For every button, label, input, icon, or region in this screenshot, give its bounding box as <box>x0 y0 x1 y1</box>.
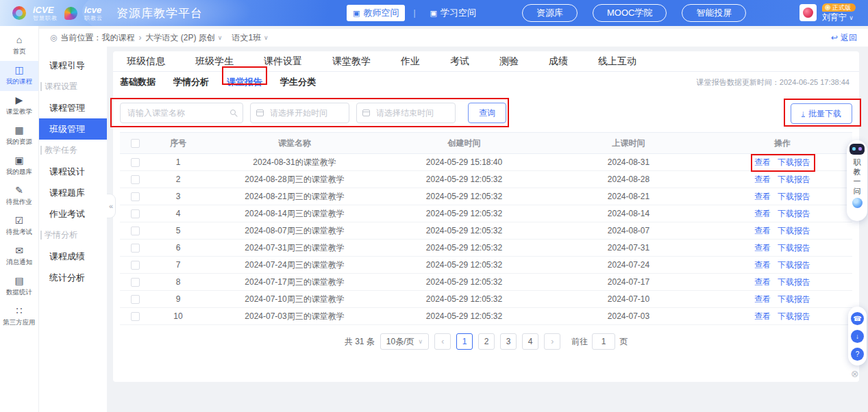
sidebar-item-my-question-bank[interactable]: ▣我的题库 <box>0 151 38 181</box>
tab-courseware-settings[interactable]: 课件设置 <box>264 55 302 68</box>
back-button[interactable]: ↩返回 <box>831 32 857 44</box>
start-time-input[interactable] <box>250 103 349 123</box>
row-checkbox[interactable] <box>131 261 140 270</box>
download-report-link[interactable]: 下载报告 <box>778 157 810 167</box>
sidebar-item-classroom-teaching[interactable]: ▶课堂教学 <box>0 91 38 121</box>
sidebar-item-pending-exams[interactable]: ☑待批考试 <box>0 211 38 242</box>
tab-class-info[interactable]: 班级信息 <box>127 55 165 68</box>
row-checkbox[interactable] <box>131 175 140 184</box>
subtab-basic-data[interactable]: 基础数据 <box>120 76 156 88</box>
avatar[interactable] <box>799 4 817 21</box>
cell-created-time: 2024-05-29 12:05:32 <box>384 277 545 287</box>
row-checkbox[interactable] <box>131 295 140 304</box>
tab-quiz[interactable]: 测验 <box>499 55 519 68</box>
breadcrumb-class[interactable]: 语文1班 <box>232 32 261 44</box>
download-report-link[interactable]: 下载报告 <box>778 260 810 270</box>
download-report-link[interactable]: 下载报告 <box>778 175 810 184</box>
sidebar-item-messages[interactable]: ✉消息通知 <box>0 242 38 272</box>
nav-teacher-space[interactable]: ▣教师空间 <box>347 5 405 21</box>
row-checkbox[interactable] <box>131 278 140 287</box>
download-icon[interactable]: ↓ <box>851 330 864 343</box>
view-link[interactable]: 查看 <box>754 243 771 253</box>
page-size-select[interactable]: 10条/页∨ <box>380 333 429 350</box>
sidebar-item-home[interactable]: ⌂首页 <box>0 31 38 61</box>
sidebar-item-third-party-apps[interactable]: ∷第三方应用 <box>0 302 38 332</box>
sidebar-item-my-resources[interactable]: ▦我的资源 <box>0 121 38 151</box>
chevron-down-icon[interactable]: ∨ <box>264 34 269 41</box>
help-icon[interactable]: ? <box>851 348 864 361</box>
row-checkbox[interactable] <box>131 312 140 321</box>
subtab-class-report[interactable]: 课堂报告 <box>227 76 262 88</box>
menu-sidebar: 课程引导课程设置课程管理班级管理教学任务课程设计课程题库作业考试学情分析课程成绩… <box>39 47 107 412</box>
platform-title: 资源库教学平台 <box>116 5 203 21</box>
tab-homework[interactable]: 作业 <box>401 55 420 68</box>
menu-item-course-question-bank[interactable]: 课程题库 <box>39 182 107 203</box>
download-report-link[interactable]: 下载报告 <box>778 226 810 235</box>
menu-item-class-management[interactable]: 班级管理 <box>39 118 107 140</box>
view-link[interactable]: 查看 <box>754 226 771 235</box>
download-report-link[interactable]: 下载报告 <box>778 277 810 287</box>
menu-item-course-design[interactable]: 课程设计 <box>39 161 107 182</box>
download-report-link[interactable]: 下载报告 <box>778 192 810 201</box>
tab-exam[interactable]: 考试 <box>450 55 469 68</box>
tab-class-students[interactable]: 班级学生 <box>195 55 234 68</box>
class-name-input[interactable] <box>120 103 243 123</box>
assistant-widget[interactable]: 职教一问 <box>847 140 867 221</box>
tab-classroom-teaching[interactable]: 课堂教学 <box>332 55 371 68</box>
page-button-4[interactable]: 4 <box>522 333 538 350</box>
subtab-student-classification[interactable]: 学生分类 <box>280 76 316 88</box>
brand-primary: iCVE <box>33 5 58 14</box>
row-checkbox[interactable] <box>131 209 140 218</box>
goto-page-input[interactable] <box>592 333 615 350</box>
chevron-down-icon[interactable]: ∨ <box>218 34 223 41</box>
download-report-link[interactable]: 下载报告 <box>778 243 810 253</box>
row-checkbox[interactable] <box>131 158 140 167</box>
breadcrumb-course[interactable]: 大学语文 (2P) 原创 <box>145 32 214 44</box>
download-report-link[interactable]: 下载报告 <box>778 209 810 218</box>
mooc-college-button[interactable]: MOOC学院 <box>593 4 667 22</box>
search-button[interactable]: 查询 <box>468 103 506 123</box>
batch-download-button[interactable]: ↓ 批量下载 <box>791 103 853 124</box>
page-button-2[interactable]: 2 <box>478 333 495 350</box>
end-time-input[interactable] <box>356 103 456 123</box>
support-icon[interactable]: ☎ <box>851 312 864 325</box>
sidebar-item-pending-homework[interactable]: ✎待批作业 <box>0 181 38 211</box>
view-link[interactable]: 查看 <box>754 175 771 184</box>
row-checkbox[interactable] <box>131 244 140 253</box>
page-button-1[interactable]: 1 <box>456 333 473 350</box>
prev-page-button[interactable]: ‹ <box>434 333 451 350</box>
cell-no: 4 <box>151 209 206 218</box>
tab-online-interaction[interactable]: 线上互动 <box>598 55 636 68</box>
view-link[interactable]: 查看 <box>754 277 771 287</box>
menu-item-course-management[interactable]: 课程管理 <box>39 97 107 118</box>
view-link[interactable]: 查看 <box>754 260 771 270</box>
smart-screen-button[interactable]: 智能投屏 <box>682 4 746 22</box>
menu-item-course-guide[interactable]: 课程引导 <box>39 55 107 76</box>
subtab-learning-analysis[interactable]: 学情分析 <box>173 76 209 88</box>
menu-item-homework-exam[interactable]: 作业考试 <box>39 203 107 224</box>
view-link[interactable]: 查看 <box>754 209 771 218</box>
menu-item-course-grades[interactable]: 课程成绩 <box>39 246 107 267</box>
view-link[interactable]: 查看 <box>754 311 771 321</box>
toolbar-collapse-icon[interactable]: ⊗ <box>851 368 859 379</box>
breadcrumb-my-courses[interactable]: 我的课程 <box>101 32 134 44</box>
view-link[interactable]: 查看 <box>754 192 771 201</box>
nav-learning-space[interactable]: ▣学习空间 <box>424 5 482 21</box>
row-checkbox[interactable] <box>131 227 140 235</box>
resource-library-button[interactable]: 资源库 <box>522 4 578 22</box>
download-report-link[interactable]: 下载报告 <box>778 311 810 321</box>
sidebar-item-my-courses[interactable]: ◫我的课程 <box>0 61 38 91</box>
user-area[interactable]: 正式版 刘育宁 ∨ <box>799 3 856 23</box>
next-page-button[interactable]: › <box>544 333 560 350</box>
sidebar-collapse-handle[interactable]: « <box>107 194 116 218</box>
sidebar-item-data-statistics[interactable]: ▤数据统计 <box>0 272 38 302</box>
user-name[interactable]: 刘育宁 ∨ <box>822 13 854 23</box>
tab-grades[interactable]: 成绩 <box>549 55 568 68</box>
row-checkbox[interactable] <box>131 192 140 201</box>
download-report-link[interactable]: 下载报告 <box>778 294 810 304</box>
menu-item-statistical-analysis[interactable]: 统计分析 <box>39 267 107 288</box>
view-link[interactable]: 查看 <box>754 294 771 304</box>
select-all-checkbox[interactable] <box>131 139 140 148</box>
view-link[interactable]: 查看 <box>754 157 771 167</box>
page-button-3[interactable]: 3 <box>500 333 517 350</box>
